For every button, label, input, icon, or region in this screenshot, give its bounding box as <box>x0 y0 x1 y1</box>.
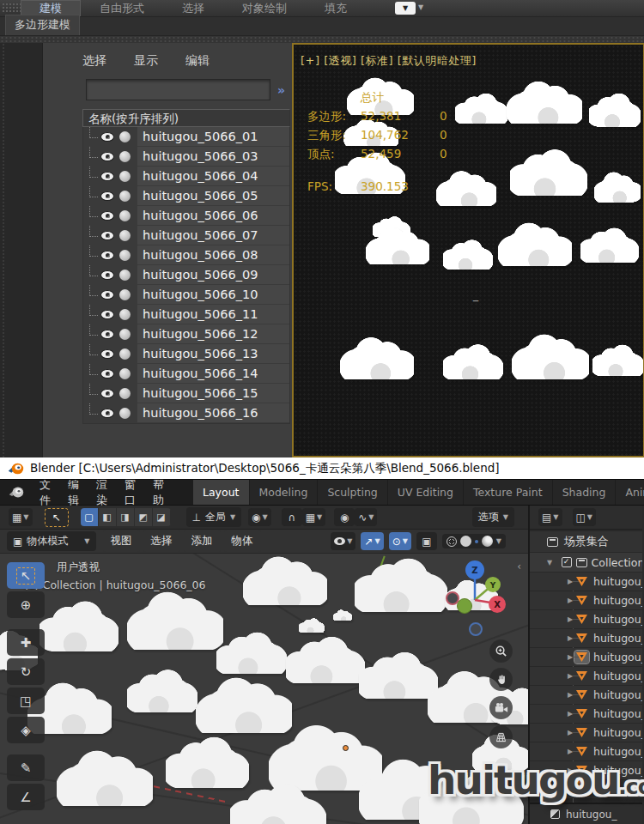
tool-annotate[interactable]: ✎ <box>7 754 45 781</box>
layer-dot-icon[interactable] <box>119 388 131 399</box>
eye-icon[interactable] <box>100 389 114 398</box>
blender-menu-logo-icon[interactable] <box>9 480 24 505</box>
list-item[interactable]: huitugou_5066_07 <box>83 226 289 245</box>
eye-icon[interactable] <box>100 231 114 240</box>
xray-toggle[interactable]: ▣ <box>416 532 437 550</box>
layer-dot-icon[interactable] <box>119 309 131 320</box>
outliner-item[interactable]: ▶huitugou_5066_ <box>530 686 642 704</box>
tool-rotate[interactable]: ↻ <box>7 658 45 685</box>
eye-icon[interactable] <box>100 251 114 260</box>
blender-menu-item[interactable]: 编辑 <box>59 480 88 505</box>
eye-icon[interactable] <box>100 290 114 300</box>
list-item[interactable]: huitugou_5066_06 <box>83 206 289 226</box>
list-item[interactable]: huitugou_5066_04 <box>83 167 289 186</box>
outliner-filter-dropdown[interactable]: ◫▼ <box>573 508 597 526</box>
collapse-arrow-icon[interactable]: ▼ <box>547 559 557 566</box>
blender-menu-item[interactable]: 帮助 <box>144 480 173 505</box>
gizmos-toggle[interactable]: ↗▼ <box>361 532 383 550</box>
tool-move[interactable]: ✚ <box>7 629 45 656</box>
outliner-item[interactable]: ▶huitugou_5066_ <box>530 610 642 628</box>
explorer-search-box[interactable] <box>86 79 270 100</box>
pan-hand-button[interactable] <box>489 668 513 691</box>
layer-dot-icon[interactable] <box>119 368 131 379</box>
navigation-gizmo[interactable]: Z Y X <box>440 559 514 638</box>
ribbon-tab[interactable]: 填充 <box>306 0 366 16</box>
layer-dot-icon[interactable] <box>119 171 131 182</box>
layer-dot-icon[interactable] <box>119 408 131 419</box>
collection-checkbox[interactable]: ✓ <box>562 557 572 567</box>
workspace-tab[interactable]: Layout <box>193 480 250 505</box>
tool-measure[interactable]: ∠ <box>7 784 45 810</box>
shading-rendered-button[interactable] <box>482 536 493 547</box>
expand-search-icon[interactable]: » <box>277 83 283 97</box>
workspace-tab[interactable]: Shading <box>553 480 617 505</box>
eye-icon[interactable] <box>100 211 114 221</box>
layer-dot-icon[interactable] <box>119 270 131 281</box>
layer-dot-icon[interactable] <box>119 329 131 340</box>
transform-orientation-dropdown[interactable]: ⊥ 全局▼ <box>186 507 242 527</box>
snap-target-dropdown[interactable]: ▦▼ <box>302 508 326 526</box>
eye-icon[interactable] <box>100 270 114 280</box>
max-viewport[interactable]: [+] [透视] [标准] [默认明暗处理] 总计 多边形:52,3810三角形… <box>292 43 644 457</box>
scene-collection-row[interactable]: 场景集合 <box>530 531 642 552</box>
workspace-tab[interactable]: Modeling <box>250 480 319 505</box>
editor-type-selector[interactable]: ▦▼ <box>9 508 33 526</box>
search-input[interactable] <box>87 80 270 100</box>
outliner-item[interactable]: ▶huitugou_5066_ <box>530 591 642 609</box>
properties-header[interactable]: huitugou_ <box>530 803 642 824</box>
workspace-tab[interactable]: Sculpting <box>318 480 387 505</box>
ribbon-tab[interactable]: 对象绘制 <box>223 0 306 16</box>
workspace-tab[interactable]: Texture Paint <box>464 480 553 505</box>
list-item[interactable]: huitugou_5066_08 <box>83 245 289 265</box>
list-item[interactable]: huitugou_5066_16 <box>83 403 289 423</box>
layer-dot-icon[interactable] <box>119 348 131 360</box>
blender-menu-item[interactable]: 窗口 <box>116 480 144 505</box>
outliner-item[interactable]: ▶huitugou_5066_ <box>530 667 642 685</box>
viewport-menu-item[interactable]: 添加 <box>184 530 221 552</box>
layer-dot-icon[interactable] <box>119 131 131 142</box>
list-item[interactable]: huitugou_5066_09 <box>83 265 289 285</box>
select-mode-intersect[interactable]: ◪ <box>153 508 171 526</box>
viewport-label[interactable]: [+] [透视] [标准] [默认明暗处理] <box>301 53 477 69</box>
explorer-menu-item[interactable]: 显示 <box>134 53 158 69</box>
ribbon-caret-icon[interactable]: ▼ <box>418 3 423 16</box>
shading-dropdown-icon[interactable]: ▼ <box>496 537 501 545</box>
proportional-editing-toggle[interactable]: ◉ <box>334 508 355 526</box>
list-item[interactable]: huitugou_5066_12 <box>83 324 289 344</box>
sidebar-collapse-icon[interactable]: ‹ <box>517 560 521 573</box>
collection-row[interactable]: ▼ ✓ Collection <box>530 553 642 572</box>
blender-menu-item[interactable]: 渲染 <box>88 480 116 505</box>
outliner-item[interactable]: ▶huitugou_5066_ <box>530 705 642 723</box>
eye-icon[interactable] <box>100 132 114 142</box>
eye-icon[interactable] <box>100 152 114 161</box>
select-mode-new[interactable]: ▢ <box>81 508 99 526</box>
viewport-menu-item[interactable]: 视图 <box>103 530 140 552</box>
eye-icon[interactable] <box>100 349 114 359</box>
explorer-menu-item[interactable]: 编辑 <box>185 53 210 69</box>
eye-icon[interactable] <box>100 172 114 181</box>
tool-cursor[interactable]: ⊕ <box>7 591 45 618</box>
outliner-item[interactable]: ▶huitugou_5066_ <box>530 724 642 742</box>
layer-dot-icon[interactable] <box>119 289 131 300</box>
ribbon-tab[interactable]: 选择 <box>163 0 223 16</box>
layer-dot-icon[interactable] <box>119 210 131 221</box>
select-mode-extend[interactable]: ◧ <box>99 508 117 526</box>
layer-dot-icon[interactable] <box>119 230 131 241</box>
list-item[interactable]: huitugou_5066_11 <box>83 305 289 324</box>
viewport-menu-item[interactable]: 物体 <box>224 530 261 552</box>
list-item[interactable]: huitugou_5066_13 <box>83 344 289 364</box>
workspace-tab[interactable]: Animation <box>616 480 644 505</box>
tool-select-box[interactable]: ↖ <box>7 562 45 589</box>
list-item[interactable]: huitugou_5066_15 <box>83 384 289 403</box>
shading-solid-button[interactable] <box>460 536 471 547</box>
explorer-menu-item[interactable]: 选择 <box>82 53 106 69</box>
tab-polygon-modeling[interactable]: 多边形建模 <box>5 15 80 35</box>
mode-dropdown[interactable]: ▣ 物体模式▼ <box>7 531 96 551</box>
pivot-point-dropdown[interactable]: ◉▼ <box>248 508 271 526</box>
eye-icon[interactable] <box>100 330 114 339</box>
shading-wireframe-button[interactable] <box>447 536 457 547</box>
eye-icon[interactable] <box>100 191 114 201</box>
zoom-button[interactable] <box>489 639 513 663</box>
minimize-ribbon-button[interactable]: ▼ <box>395 2 416 15</box>
options-dropdown[interactable]: 选项▼ <box>472 507 514 527</box>
